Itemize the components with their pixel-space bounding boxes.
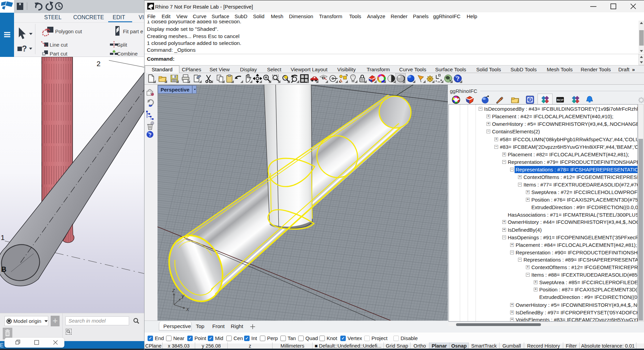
svg-text:y: y (181, 293, 185, 299)
svg-text:?: ? (529, 98, 531, 102)
svg-text:2: 2 (97, 60, 101, 68)
svg-text:B: B (1, 265, 7, 274)
svg-text:1: 1 (1, 233, 5, 241)
svg-text:x: x (186, 306, 189, 312)
svg-text:z: z (172, 287, 175, 293)
svg-text:RCP: RCP (557, 98, 563, 102)
svg-text:?: ? (22, 44, 27, 53)
